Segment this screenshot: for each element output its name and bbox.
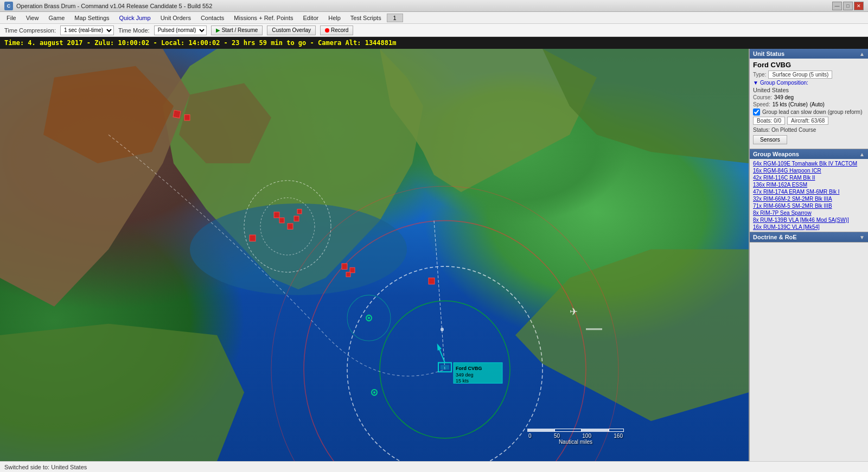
svg-rect-31: [297, 209, 302, 214]
speed-row: Speed: 15 kts (Cruise) (Auto): [753, 101, 865, 107]
menu-help[interactable]: Help: [324, 14, 345, 22]
svg-rect-34: [346, 272, 350, 277]
group-comp-label: Group Composition:: [760, 80, 808, 86]
menu-map-settings[interactable]: Map Settings: [70, 14, 113, 22]
weapon-item[interactable]: 16x RGM-84G Harpoon ICR: [750, 167, 868, 174]
svg-rect-25: [184, 114, 190, 120]
play-icon: ▶: [216, 27, 220, 33]
menu-view[interactable]: View: [22, 14, 43, 22]
status-label: Status:: [753, 127, 770, 133]
group-comp-toggle[interactable]: ▼ Group Composition:: [753, 80, 865, 86]
menu-test-scripts[interactable]: Test Scripts: [346, 14, 386, 22]
custom-overlay-button[interactable]: Custom Overlay: [267, 25, 316, 35]
map-svg-overlay: ✈ Ford CVBG 349 deg 15 kts: [0, 49, 749, 461]
time-mode-label: Time Mode:: [118, 27, 150, 34]
tab-indicator[interactable]: 1: [387, 14, 403, 22]
weapon-item[interactable]: 64x RGM-109E Tomahawk Blk IV TACTOM: [750, 160, 868, 167]
titlebar: C Operation Brass Drum - Command v1.04 R…: [0, 0, 868, 12]
course-label: Course:: [753, 94, 772, 100]
main-area: ✈ Ford CVBG 349 deg 15 kts: [0, 49, 868, 461]
window-title: Operation Brass Drum - Command v1.04 Rel…: [16, 3, 212, 9]
group-weapons-title: Group Weapons: [753, 151, 799, 157]
titlebar-controls: — □ ✕: [832, 2, 864, 10]
doctrine-section: Doctrine & RoE ▼: [750, 232, 868, 243]
weapon-item[interactable]: 42x RIM-116C RAM Blk II: [750, 174, 868, 181]
svg-line-15: [434, 221, 445, 369]
menu-editor[interactable]: Editor: [298, 14, 323, 22]
course-value: 349 deg: [774, 94, 794, 100]
country-label: United States: [753, 87, 865, 93]
scale-label-100: 100: [582, 433, 591, 439]
map-area[interactable]: ✈ Ford CVBG 349 deg 15 kts: [0, 49, 749, 461]
menu-file[interactable]: File: [2, 14, 21, 22]
svg-rect-27: [274, 212, 279, 218]
svg-rect-17: [441, 365, 449, 369]
weapon-item[interactable]: 16x RUM-139C VLA [Mk54]: [750, 224, 868, 231]
svg-text:349 deg: 349 deg: [456, 372, 474, 378]
svg-rect-28: [279, 218, 284, 223]
menu-contacts[interactable]: Contacts: [196, 14, 228, 22]
svg-point-18: [441, 328, 444, 331]
svg-rect-29: [288, 224, 293, 229]
unit-status-content: Ford CVBG Type: Surface Group (5 units) …: [750, 59, 868, 149]
bottom-status-bar: Switched side to: United States: [0, 461, 868, 472]
svg-rect-24: [173, 110, 181, 118]
boats-stat: Boats: 0/0: [753, 117, 785, 125]
type-row: Type: Surface Group (5 units): [753, 71, 865, 79]
weapon-item[interactable]: 32x RIM-66M-2 SM-2MR Blk IIIA: [750, 195, 868, 202]
titlebar-left: C Operation Brass Drum - Command v1.04 R…: [4, 2, 212, 10]
svg-rect-35: [429, 278, 435, 284]
speed-value: 15 kts (Cruise): [773, 101, 808, 107]
scale-label-50: 50: [554, 433, 560, 439]
weapon-item[interactable]: 71x RIM-66M-5 SM-2MR Blk IIIB: [750, 202, 868, 209]
group-weapons-section: Group Weapons ▲ 64x RGM-109E Tomahawk Bl…: [750, 149, 868, 232]
menu-game[interactable]: Game: [44, 14, 69, 22]
unit-status-header: Unit Status ▲: [750, 49, 868, 59]
auto-label: (Auto): [810, 101, 825, 107]
start-resume-button[interactable]: ▶ Start / Resume: [211, 25, 263, 35]
svg-point-20: [368, 317, 370, 319]
sensors-button[interactable]: Sensors: [753, 135, 787, 144]
svg-text:✈: ✈: [570, 305, 578, 317]
start-resume-label: Start / Resume: [222, 27, 258, 33]
time-compression-select[interactable]: 1 sec (real-time): [60, 25, 114, 35]
record-label: Record: [331, 27, 348, 33]
type-value: Surface Group (5 units): [768, 71, 832, 79]
minimize-button[interactable]: —: [832, 2, 842, 10]
group-weapons-collapse-icon[interactable]: ▲: [859, 151, 865, 157]
custom-overlay-label: Custom Overlay: [272, 27, 311, 33]
weapon-item[interactable]: 8x RUM-139B VLA [Mk46 Mod 5A(SW)]: [750, 216, 868, 224]
unit-status-collapse-icon[interactable]: ▲: [859, 51, 865, 57]
aircraft-stat: Aircraft: 63/68: [787, 117, 828, 125]
speed-label: Speed:: [753, 101, 770, 107]
weapon-item[interactable]: 136x RIM-162A ESSM: [750, 181, 868, 188]
unit-status-section: Unit Status ▲ Ford CVBG Type: Surface Gr…: [750, 49, 868, 149]
maximize-button[interactable]: □: [843, 2, 853, 10]
close-button[interactable]: ✕: [854, 2, 864, 10]
menu-quick-jump[interactable]: Quick Jump: [115, 14, 155, 22]
unit-status-title: Unit Status: [753, 50, 784, 57]
status-text: Status: On Plotted Course: [753, 127, 865, 133]
menubar: File View Game Map Settings Quick Jump U…: [0, 12, 868, 24]
weapon-item[interactable]: 8x RIM-7P Sea Sparrow: [750, 209, 868, 216]
scale-unit-label: Nautical miles: [527, 439, 624, 445]
menu-missions[interactable]: Missions + Ref. Points: [229, 14, 297, 22]
time-compression-label: Time Compression:: [4, 27, 56, 34]
svg-point-9: [347, 266, 542, 461]
menu-unit-orders[interactable]: Unit Orders: [156, 14, 195, 22]
type-label: Type:: [753, 72, 766, 78]
svg-point-23: [373, 391, 375, 393]
doctrine-collapse-icon[interactable]: ▼: [859, 234, 865, 240]
doctrine-header: Doctrine & RoE ▼: [750, 232, 868, 242]
unit-name: Ford CVBG: [753, 61, 865, 69]
time-mode-select[interactable]: Pulsed (normal): [154, 25, 207, 35]
weapon-item[interactable]: 47x RIM-174A ERAM SM-6MR Blk I: [750, 188, 868, 195]
group-reform-checkbox[interactable]: [753, 109, 760, 116]
time-status-bar: Time: 4. august 2017 - Zulu: 10:00:02 - …: [0, 37, 868, 49]
scale-label-160: 160: [614, 433, 623, 439]
toolbar: Time Compression: 1 sec (real-time) Time…: [0, 24, 868, 37]
svg-marker-5: [0, 324, 244, 461]
svg-marker-2: [542, 49, 749, 163]
group-reform-row: Group lead can slow down (group reform): [753, 109, 865, 116]
record-button[interactable]: Record: [320, 25, 353, 35]
